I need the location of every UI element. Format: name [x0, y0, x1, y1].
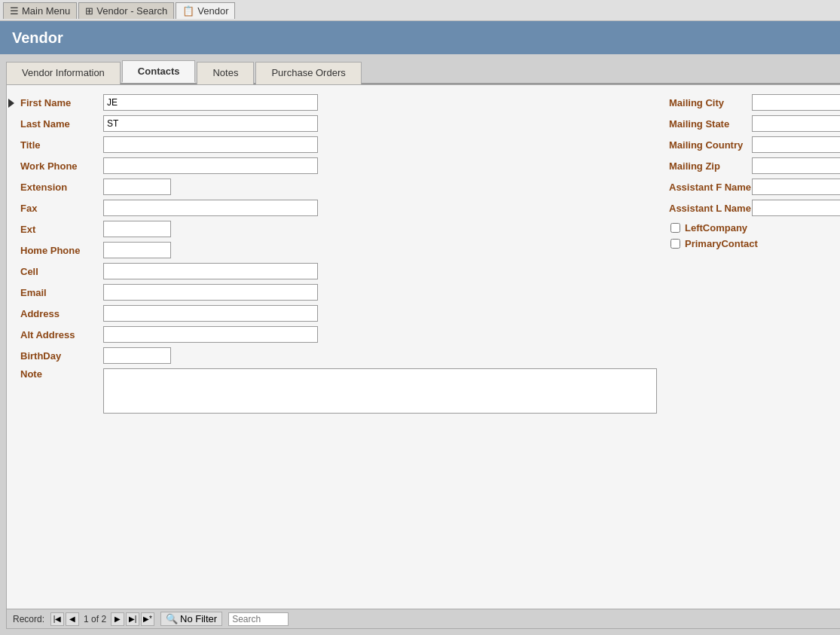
filter-label: No Filter — [180, 613, 217, 624]
titlebar: ☰ Main Menu ⊞ Vendor - Search 📋 Vendor — [0, 0, 840, 21]
assistant-lname-label: Assistant L Name — [669, 203, 752, 214]
tab-notes[interactable]: Notes — [197, 62, 254, 84]
tab-vendor-information[interactable]: Vendor Information — [6, 62, 121, 84]
content-area: Vendor Information Contacts Notes Purcha… — [0, 54, 840, 635]
mailing-state-input[interactable] — [752, 115, 840, 132]
ext-label: Ext — [20, 224, 103, 235]
mailing-city-label: Mailing City — [669, 97, 752, 108]
alt-address-label: Alt Address — [20, 329, 103, 340]
alt-address-input[interactable] — [103, 326, 318, 343]
last-name-input[interactable] — [103, 115, 318, 132]
mailing-zip-label: Mailing Zip — [669, 160, 752, 172]
titlebar-tab-label: Vendor - Search — [96, 5, 167, 17]
filter-icon: 🔍 — [166, 613, 178, 624]
mailing-state-row: Mailing State — [669, 115, 840, 132]
assistant-lname-input[interactable] — [752, 200, 840, 216]
tab-main-menu[interactable]: ☰ Main Menu — [3, 2, 77, 19]
assistant-lname-row: Assistant L Name — [669, 200, 840, 216]
title-row: Title — [20, 136, 657, 153]
home-phone-row: Home Phone — [20, 242, 657, 258]
nav-new-button[interactable]: ▶* — [141, 612, 154, 626]
status-bar: Record: |◀ ◀ 1 of 2 ▶ ▶| ▶* 🔍 No Filter — [7, 609, 840, 628]
mailing-zip-input[interactable] — [752, 157, 840, 174]
email-label: Email — [20, 287, 103, 298]
tab-purchase-orders[interactable]: Purchase Orders — [255, 62, 361, 84]
tab-contacts[interactable]: Contacts — [122, 60, 196, 83]
nav-prev-button[interactable]: ◀ — [66, 612, 79, 626]
extension-row: Extension — [20, 179, 657, 195]
alt-address-row: Alt Address — [20, 326, 657, 343]
mailing-zip-row: Mailing Zip — [669, 157, 840, 174]
tab-vendor-search[interactable]: ⊞ Vendor - Search — [78, 2, 174, 19]
search-input[interactable] — [228, 612, 289, 626]
title-label: Title — [20, 139, 103, 151]
ext-row: Ext — [20, 221, 657, 237]
assistant-fname-row: Assistant F Name — [669, 179, 840, 195]
left-company-checkbox[interactable] — [670, 223, 680, 233]
email-input[interactable] — [103, 284, 318, 301]
mailing-country-input[interactable] — [752, 136, 840, 153]
last-name-label: Last Name — [20, 118, 103, 130]
nav-next-button[interactable]: ▶ — [111, 612, 124, 626]
mailing-country-label: Mailing Country — [669, 139, 752, 151]
note-textarea[interactable] — [103, 368, 657, 414]
nav-last-button[interactable]: ▶| — [126, 612, 139, 626]
current-record-arrow — [8, 99, 14, 108]
work-phone-row: Work Phone — [20, 157, 657, 174]
primary-contact-checkbox[interactable] — [670, 239, 680, 249]
nav-controls: |◀ ◀ 1 of 2 ▶ ▶| ▶* — [50, 612, 154, 626]
mailing-city-input[interactable] — [752, 94, 840, 111]
assistant-fname-input[interactable] — [752, 179, 840, 195]
record-position: 1 of 2 — [84, 614, 106, 624]
fax-row: Fax — [20, 200, 657, 216]
nav-first-button[interactable]: |◀ — [50, 612, 64, 626]
ext-input[interactable] — [103, 221, 171, 237]
work-phone-label: Work Phone — [20, 160, 103, 172]
extension-label: Extension — [20, 182, 103, 193]
home-phone-input[interactable] — [103, 242, 171, 258]
record-indicator — [7, 91, 14, 603]
filter-button[interactable]: 🔍 No Filter — [160, 612, 222, 626]
mailing-country-row: Mailing Country — [669, 136, 840, 153]
last-name-row: Last Name — [20, 115, 657, 132]
cell-row: Cell — [20, 263, 657, 279]
app-header: Vendor — [0, 21, 840, 54]
mailing-city-row: Mailing City — [669, 94, 840, 111]
cell-label: Cell — [20, 266, 103, 277]
tabs-bar: Vendor Information Contacts Notes Purcha… — [6, 60, 840, 84]
main-layout: Vendor Information Contacts Notes Purcha… — [0, 54, 840, 635]
titlebar-tab-label: Main Menu — [22, 5, 70, 17]
form-inner: First Name Last Name Title — [7, 85, 840, 609]
first-name-input[interactable] — [103, 94, 318, 111]
email-row: Email — [20, 284, 657, 301]
grid-icon: ☰ — [10, 5, 19, 17]
title-input[interactable] — [103, 136, 318, 153]
form-container: First Name Last Name Title — [6, 84, 840, 629]
cell-input[interactable] — [103, 263, 318, 279]
page-title: Vendor — [12, 29, 63, 47]
birthday-input[interactable] — [103, 347, 171, 364]
first-name-row: First Name — [20, 94, 657, 111]
address-row: Address — [20, 305, 657, 322]
right-column: Mailing City Mailing State Mailing Count… — [663, 91, 840, 603]
primary-contact-row: PrimaryContact — [670, 238, 840, 249]
left-company-row: LeftCompany — [670, 222, 840, 234]
work-phone-input[interactable] — [103, 157, 318, 174]
address-input[interactable] — [103, 305, 318, 322]
extension-input[interactable] — [103, 179, 171, 195]
birthday-row: BirthDay — [20, 347, 657, 364]
mailing-state-label: Mailing State — [669, 118, 752, 130]
note-row: Note — [20, 368, 657, 414]
titlebar-tab-label: Vendor — [197, 5, 228, 17]
fax-input[interactable] — [103, 200, 318, 216]
first-name-label: First Name — [20, 97, 103, 108]
assistant-fname-label: Assistant F Name — [669, 182, 752, 193]
table-icon: ⊞ — [85, 5, 93, 17]
tab-vendor[interactable]: 📋 Vendor — [176, 2, 235, 19]
address-label: Address — [20, 308, 103, 319]
home-phone-label: Home Phone — [20, 245, 103, 256]
left-column: First Name Last Name Title — [14, 91, 663, 603]
fax-label: Fax — [20, 203, 103, 214]
left-company-label: LeftCompany — [685, 222, 747, 234]
note-label: Note — [20, 368, 103, 380]
